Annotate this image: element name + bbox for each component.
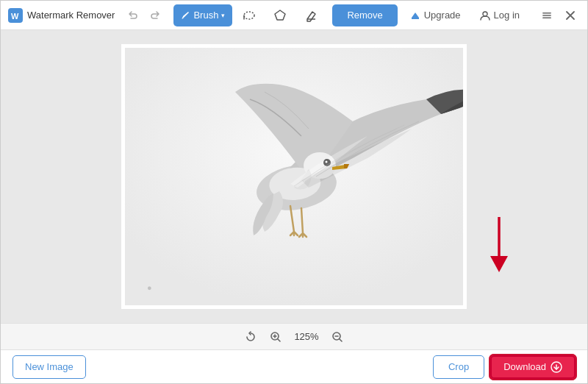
upgrade-label: Upgrade (424, 10, 461, 21)
tool-buttons: Brush ▾ (173, 4, 325, 26)
polygon-tool-button[interactable] (266, 4, 294, 26)
menu-button[interactable] (537, 6, 556, 25)
app-title: Watermark Remover (27, 10, 115, 21)
redo-button[interactable] (146, 6, 165, 25)
crop-button[interactable]: Crop (433, 355, 484, 379)
user-icon (480, 10, 490, 21)
download-button[interactable]: Download (490, 355, 576, 379)
app-logo: W (8, 8, 23, 23)
title-bar: W Watermark Remover Brush ▾ (1, 1, 587, 30)
canvas-area: ● (1, 30, 587, 323)
rotate-button[interactable] (242, 328, 259, 346)
svg-point-2 (244, 12, 254, 19)
svg-text:W: W (11, 12, 19, 21)
login-button[interactable]: Log in (474, 7, 526, 24)
zoom-out-icon (331, 331, 343, 343)
svg-rect-6 (542, 15, 551, 16)
action-bar: New Image Crop Download (1, 349, 587, 383)
brush-chevron: ▾ (221, 12, 225, 19)
svg-rect-7 (542, 17, 551, 18)
svg-marker-17 (490, 256, 508, 272)
download-arrow (477, 213, 521, 280)
zoom-level: 125% (292, 331, 321, 342)
new-image-button[interactable]: New Image (12, 355, 86, 379)
zoom-bar: 125% (1, 323, 587, 349)
rotate-icon (245, 331, 257, 343)
remove-button[interactable]: Remove (332, 4, 397, 26)
redo-icon (150, 10, 160, 21)
svg-point-4 (483, 12, 487, 16)
login-label: Log in (494, 10, 520, 21)
menu-icon (541, 10, 553, 21)
svg-rect-3 (412, 18, 419, 19)
download-label: Download (503, 361, 546, 372)
zoom-in-icon (270, 331, 282, 343)
arrow-annotation (477, 213, 521, 282)
undo-icon (128, 10, 138, 21)
seagull-image: ● (125, 48, 463, 305)
svg-rect-5 (542, 13, 551, 14)
zoom-in-button[interactable] (267, 328, 284, 346)
close-icon (565, 10, 576, 21)
download-icon (551, 361, 562, 373)
window-controls (537, 6, 580, 25)
brush-label: Brush (193, 10, 218, 21)
upgrade-icon (410, 10, 420, 21)
zoom-out-button[interactable] (329, 328, 346, 346)
eraser-icon (304, 9, 318, 22)
eraser-tool-button[interactable] (297, 4, 325, 26)
brush-tool-button[interactable]: Brush ▾ (173, 4, 232, 26)
polygon-icon (273, 9, 287, 22)
right-controls: Upgrade Log in (404, 6, 580, 25)
svg-text:●: ● (147, 283, 152, 292)
image-container: ● (121, 44, 467, 309)
close-button[interactable] (561, 6, 580, 25)
nav-buttons (123, 6, 165, 25)
upgrade-button[interactable]: Upgrade (404, 7, 467, 24)
lasso-icon (243, 9, 256, 22)
undo-button[interactable] (123, 6, 143, 25)
lasso-tool-button[interactable] (235, 4, 263, 26)
brush-icon (181, 10, 190, 20)
right-action-buttons: Crop Download (433, 355, 576, 379)
